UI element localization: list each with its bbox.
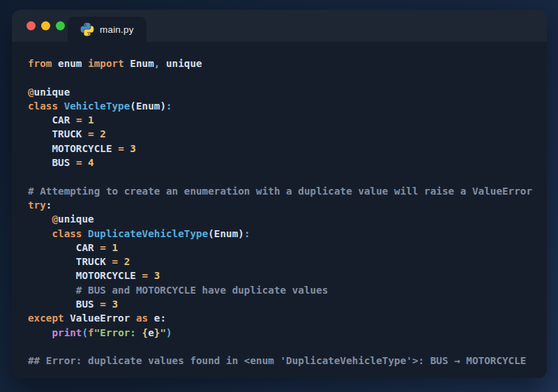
traffic-lights [27,22,65,31]
code-line: # BUS and MOTORCYCLE have duplicate valu… [28,283,537,297]
code-line [28,70,537,84]
tab-main-py[interactable]: main.py [68,17,146,42]
code-line: BUS = 3 [28,297,537,311]
zoom-button[interactable] [56,22,65,31]
code-line: @unique [28,212,537,226]
python-icon [80,22,94,36]
code-line: MOTORCYCLE = 3 [28,142,537,156]
tab-label: main.py [100,24,134,35]
code-line: CAR = 1 [28,113,537,127]
code-line: @unique [28,85,537,99]
code-line [28,169,537,183]
code-line: class VehicleType(Enum): [28,99,537,113]
code-line: TRUCK = 2 [28,255,537,269]
code-line: except ValueError as e: [28,311,537,325]
code-line [28,340,537,354]
code-line: BUS = 4 [28,156,537,169]
code-line: try: [28,198,537,212]
code-line: # Attempting to create an enumeration wi… [28,184,537,198]
code-line: CAR = 1 [28,241,537,255]
minimize-button[interactable] [41,22,50,31]
code-editor[interactable]: from enum import Enum, unique @uniquecla… [12,42,547,378]
desktop-background: main.py from enum import Enum, unique @u… [0,0,558,392]
close-button[interactable] [27,22,36,31]
code-line: print(f"Error: {e}") [28,326,537,340]
code-line: ## Error: duplicate values found in <enu… [28,354,537,368]
code-line: MOTORCYCLE = 3 [28,269,537,282]
window-titlebar: main.py [12,10,547,42]
code-line: class DuplicateVehicleType(Enum): [28,227,537,241]
code-line: from enum import Enum, unique [28,56,537,70]
code-line: TRUCK = 2 [28,127,537,141]
code-window: main.py from enum import Enum, unique @u… [12,10,547,378]
